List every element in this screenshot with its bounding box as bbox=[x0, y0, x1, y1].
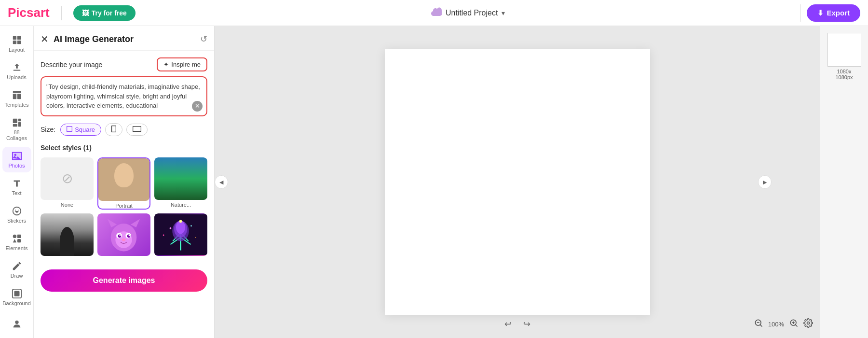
svg-rect-0 bbox=[13, 36, 16, 40]
style-none[interactable]: ⊘ None bbox=[41, 157, 94, 210]
bw-render bbox=[41, 213, 94, 256]
style-portrait[interactable]: Portrait bbox=[97, 157, 150, 210]
describe-label: Describe your image bbox=[41, 61, 102, 69]
collages-icon bbox=[12, 117, 22, 128]
sidebar-item-photos[interactable]: Photos bbox=[2, 147, 31, 172]
export-button[interactable]: ⬇ Export bbox=[807, 4, 860, 22]
history-button[interactable]: ↺ bbox=[200, 34, 207, 44]
header-divider bbox=[61, 6, 62, 20]
stickers-icon bbox=[12, 206, 22, 216]
styles-grid: ⊘ None Portrait Nature... bbox=[41, 157, 207, 258]
sidebar-item-layout[interactable]: Layout bbox=[2, 31, 31, 56]
ai-panel: ✕ AI Image Generator ↺ Describe your ima… bbox=[34, 26, 215, 338]
header-left: Picsart 🖼 Try for free bbox=[8, 5, 136, 21]
undo-icon: ↩ bbox=[504, 319, 512, 329]
size-square-button[interactable]: Square bbox=[60, 124, 101, 136]
style-nature-image bbox=[154, 157, 207, 200]
size-portrait-button[interactable] bbox=[105, 123, 122, 136]
svg-rect-11 bbox=[13, 124, 17, 127]
logo: Picsart bbox=[8, 5, 50, 20]
zoom-out-icon bbox=[754, 318, 763, 328]
svg-point-37 bbox=[122, 238, 126, 241]
prompt-box: "Toy design, child-friendly materials, i… bbox=[41, 76, 207, 116]
sidebar-item-text[interactable]: Text bbox=[2, 174, 31, 200]
canvas-area: ◀ ↩ ↪ ▶ 100% bbox=[215, 26, 820, 338]
svg-point-42 bbox=[170, 227, 172, 229]
svg-rect-9 bbox=[18, 119, 21, 122]
svg-rect-22 bbox=[14, 291, 19, 296]
svg-point-41 bbox=[176, 221, 185, 234]
style-fantasy[interactable] bbox=[154, 213, 207, 258]
style-portrait-image bbox=[98, 158, 149, 201]
svg-rect-24 bbox=[67, 126, 72, 131]
sidebar-item-templates[interactable]: Templates bbox=[2, 86, 31, 112]
generate-button[interactable]: Generate images bbox=[41, 269, 207, 292]
collapse-panel-button[interactable]: ◀ bbox=[215, 175, 228, 189]
svg-line-49 bbox=[760, 324, 762, 326]
svg-rect-1 bbox=[17, 36, 20, 40]
sidebar-item-draw-label: Draw bbox=[11, 273, 23, 279]
project-title-area[interactable]: Untitled Project ▾ bbox=[431, 7, 505, 18]
portrait-size-icon bbox=[111, 126, 116, 134]
upload-icon bbox=[12, 62, 22, 73]
style-portrait-label: Portrait bbox=[115, 203, 132, 209]
svg-marker-30 bbox=[131, 219, 140, 227]
redo-button[interactable]: ↪ bbox=[519, 317, 534, 331]
clear-prompt-button[interactable]: ✕ bbox=[192, 101, 203, 112]
zoom-controls: 100% bbox=[753, 317, 813, 331]
inspire-icon: ✦ bbox=[163, 61, 169, 68]
elements-icon bbox=[12, 233, 22, 244]
undo-button[interactable]: ↩ bbox=[501, 317, 515, 331]
sidebar-item-stickers[interactable]: Stickers bbox=[2, 202, 31, 227]
style-bw-image bbox=[41, 213, 94, 256]
svg-point-54 bbox=[807, 322, 810, 324]
describe-row: Describe your image ✦ Inspire me bbox=[41, 57, 207, 71]
size-landscape-button[interactable] bbox=[126, 124, 148, 136]
sidebar-item-elements[interactable]: Elements bbox=[2, 229, 31, 255]
svg-rect-18 bbox=[17, 235, 20, 238]
svg-point-13 bbox=[14, 154, 16, 156]
size-options: Square bbox=[60, 123, 148, 136]
svg-marker-19 bbox=[13, 239, 16, 242]
svg-point-43 bbox=[190, 225, 192, 226]
square-size-icon bbox=[67, 126, 72, 133]
fantasy-render bbox=[154, 213, 207, 256]
svg-point-45 bbox=[163, 234, 164, 236]
sidebar-item-elements-label: Elements bbox=[6, 245, 28, 251]
svg-rect-6 bbox=[13, 94, 16, 99]
style-nature[interactable]: Nature... bbox=[154, 157, 207, 210]
style-bw[interactable] bbox=[41, 213, 94, 258]
sidebar-item-collages[interactable]: 88 Collages bbox=[2, 113, 31, 145]
svg-rect-2 bbox=[13, 41, 16, 44]
nature-render bbox=[154, 157, 207, 200]
text-icon bbox=[12, 178, 22, 189]
svg-line-53 bbox=[795, 324, 797, 326]
expand-right-button[interactable]: ▶ bbox=[758, 175, 772, 189]
close-button[interactable]: ✕ bbox=[41, 34, 49, 44]
style-nature-label: Nature... bbox=[171, 202, 191, 208]
zoom-out-button[interactable] bbox=[753, 317, 764, 331]
canvas-settings-button[interactable] bbox=[803, 318, 813, 330]
style-cartoon[interactable] bbox=[97, 213, 150, 258]
project-chevron-icon: ▾ bbox=[502, 9, 505, 17]
try-free-icon: 🖼 bbox=[82, 9, 89, 17]
sidebar-item-draw[interactable]: Draw bbox=[2, 257, 31, 282]
panel-title: AI Image Generator bbox=[54, 34, 195, 44]
canvas-size-thumb bbox=[827, 33, 861, 67]
svg-rect-25 bbox=[112, 126, 116, 132]
inspire-button[interactable]: ✦ Inspire me bbox=[157, 57, 207, 71]
sidebar-item-uploads[interactable]: Uploads bbox=[2, 58, 31, 84]
sidebar-item-user[interactable] bbox=[2, 315, 31, 333]
svg-point-46 bbox=[179, 220, 182, 223]
try-free-button[interactable]: 🖼 Try for free bbox=[73, 5, 136, 21]
size-square-label: Square bbox=[75, 126, 95, 133]
svg-point-16 bbox=[17, 210, 18, 211]
cartoon-render bbox=[97, 213, 150, 256]
svg-rect-26 bbox=[133, 126, 141, 131]
svg-point-35 bbox=[119, 235, 121, 236]
zoom-in-button[interactable] bbox=[788, 317, 800, 331]
project-title: Untitled Project bbox=[446, 9, 498, 17]
sidebar-item-background[interactable]: Background bbox=[2, 284, 31, 310]
sidebar-item-photos-label: Photos bbox=[8, 163, 25, 169]
svg-rect-8 bbox=[13, 119, 17, 123]
